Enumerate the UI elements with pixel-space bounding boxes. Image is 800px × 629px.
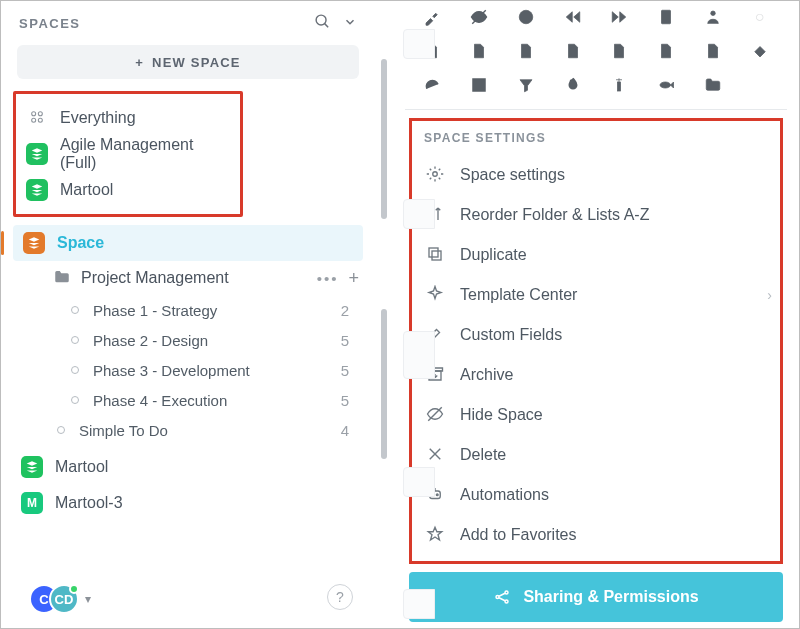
svg-point-25	[505, 591, 508, 594]
svg-point-3	[38, 111, 42, 115]
bullet-icon	[71, 396, 79, 404]
archive-icon	[424, 365, 446, 386]
svg-point-15	[433, 171, 438, 176]
file-sheet-icon[interactable]	[643, 37, 690, 65]
star-icon	[424, 525, 446, 546]
space-item-martool3[interactable]: M Martool-3	[13, 485, 363, 521]
file-list-icon[interactable]	[690, 37, 737, 65]
eye-off-icon[interactable]	[456, 3, 503, 31]
menu-delete[interactable]: Delete	[418, 435, 774, 475]
menu-reorder[interactable]: Reorder Folder & Lists A-Z	[418, 195, 774, 235]
eyedropper-icon[interactable]	[409, 3, 456, 31]
filter-icon[interactable]	[503, 71, 550, 99]
menu-automations[interactable]: Automations	[418, 475, 774, 515]
space-badge-icon	[21, 456, 43, 478]
folder-icon[interactable]	[690, 71, 737, 99]
person-icon[interactable]	[690, 3, 737, 31]
clipboard-icon[interactable]	[643, 3, 690, 31]
skip-forward-icon[interactable]	[596, 3, 643, 31]
menu-label: Duplicate	[460, 246, 527, 264]
list-item-label: Phase 2 - Design	[93, 332, 341, 349]
file-audio-icon[interactable]	[549, 37, 596, 65]
space-item-martool[interactable]: Martool	[18, 172, 238, 208]
space-item-agile[interactable]: Agile Management (Full)	[18, 136, 238, 172]
chevron-down-icon[interactable]: ▾	[85, 592, 91, 606]
list-item[interactable]: Simple To Do4	[13, 415, 363, 445]
svg-point-5	[38, 118, 42, 122]
list-item-label: Phase 4 - Execution	[93, 392, 341, 409]
svg-line-27	[499, 593, 505, 596]
menu-duplicate[interactable]: Duplicate	[418, 235, 774, 275]
film-icon[interactable]	[456, 71, 503, 99]
list-item-label: Simple To Do	[79, 422, 341, 439]
list-item-count: 5	[341, 332, 359, 349]
svg-rect-10	[473, 79, 485, 91]
chevron-down-icon[interactable]	[343, 15, 357, 32]
avatar[interactable]: CD	[49, 584, 79, 614]
section-heading: SPACE SETTINGS	[418, 127, 774, 155]
list-item[interactable]: Phase 2 - Design5	[13, 325, 363, 355]
folder-row[interactable]: Project Management ••• +	[13, 261, 363, 295]
blank-icon: ○	[736, 3, 783, 31]
add-list-icon[interactable]: +	[348, 268, 359, 289]
list-item[interactable]: Phase 3 - Development5	[13, 355, 363, 385]
space-item-label: Martool-3	[55, 494, 123, 512]
folder-label: Project Management	[81, 269, 307, 287]
svg-line-28	[499, 598, 505, 601]
scroll-thumb[interactable]	[381, 309, 387, 459]
menu-label: Template Center	[460, 286, 577, 304]
sort-icon	[424, 205, 446, 226]
menu-custom-fields[interactable]: Custom Fields	[418, 315, 774, 355]
file-icon[interactable]	[409, 37, 456, 65]
file-doc-icon[interactable]	[596, 37, 643, 65]
fire-icon[interactable]	[549, 71, 596, 99]
svg-rect-8	[662, 10, 671, 24]
refresh-icon[interactable]	[409, 71, 456, 99]
scroll-thumb[interactable]	[381, 59, 387, 219]
file-ai-icon[interactable]	[456, 37, 503, 65]
space-item-label: Martool	[55, 458, 108, 476]
menu-space-settings[interactable]: Space settings	[418, 155, 774, 195]
sharing-permissions-button[interactable]: Sharing & Permissions	[409, 572, 783, 622]
paint-bucket-icon[interactable]	[736, 37, 783, 65]
svg-line-1	[325, 24, 329, 28]
svg-point-0	[316, 15, 326, 25]
list-item[interactable]: Phase 4 - Execution5	[13, 385, 363, 415]
help-button[interactable]: ?	[327, 584, 353, 610]
space-item-martool2[interactable]: Martool	[13, 449, 363, 485]
scrollbar[interactable]	[375, 1, 393, 628]
svg-point-14	[660, 82, 671, 88]
space-item-active[interactable]: Space	[13, 225, 363, 261]
more-icon[interactable]: •••	[317, 270, 339, 287]
menu-hide-space[interactable]: Hide Space	[418, 395, 774, 435]
bullet-icon	[71, 366, 79, 374]
active-indicator	[1, 231, 4, 255]
search-icon[interactable]	[314, 13, 331, 33]
presence-dot	[69, 584, 79, 594]
blank	[736, 71, 783, 99]
file-code-icon[interactable]	[503, 37, 550, 65]
skip-back-icon[interactable]	[549, 3, 596, 31]
list-item-label: Phase 1 - Strategy	[93, 302, 341, 319]
svg-point-2	[32, 111, 36, 115]
grid-icon	[26, 109, 48, 128]
bullet-icon	[71, 336, 79, 344]
sidebar: SPACES + NEW SPACE Everything	[1, 1, 375, 628]
context-menu: ○ SPACE SETTINGS Space settings	[393, 1, 799, 628]
fish-icon[interactable]	[643, 71, 690, 99]
list-item[interactable]: Phase 1 - Strategy2	[13, 295, 363, 325]
space-item-everything[interactable]: Everything	[18, 100, 238, 136]
extinguisher-icon[interactable]	[596, 71, 643, 99]
globe-icon[interactable]	[503, 3, 550, 31]
menu-template-center[interactable]: Template Center ›	[418, 275, 774, 315]
plus-icon: +	[135, 55, 144, 70]
svg-point-7	[519, 10, 533, 24]
menu-add-favorite[interactable]: Add to Favorites	[418, 515, 774, 555]
menu-archive[interactable]: Archive	[418, 355, 774, 395]
avatar-stack[interactable]: C CD ▾	[29, 584, 91, 614]
avatar-label: CD	[55, 592, 74, 607]
new-space-button[interactable]: + NEW SPACE	[17, 45, 359, 79]
edit-icon	[424, 325, 446, 346]
space-item-label: Agile Management (Full)	[60, 136, 230, 172]
bullet-icon	[57, 426, 65, 434]
